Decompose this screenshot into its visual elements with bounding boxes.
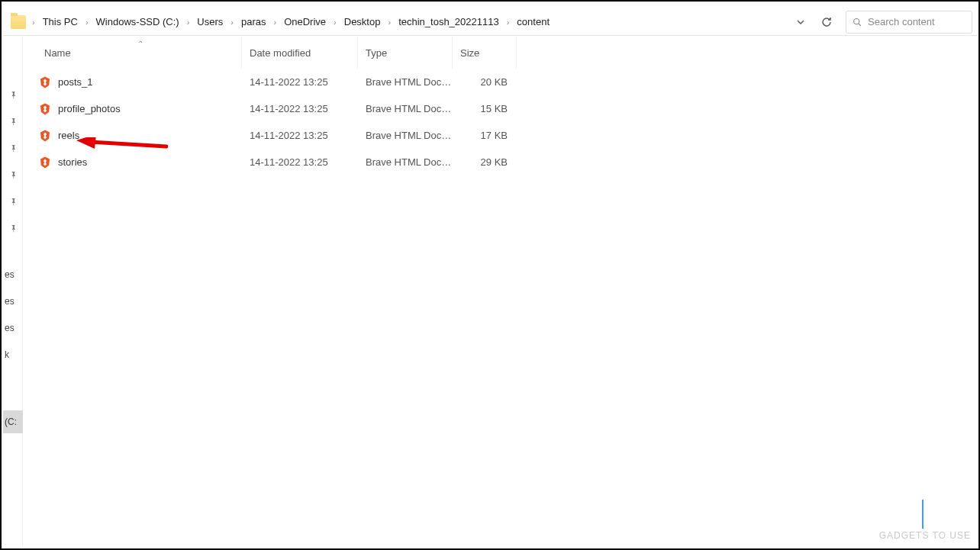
chevron-right-icon[interactable]: ›	[29, 18, 38, 27]
column-name-label: Name	[44, 47, 71, 59]
file-row[interactable]: stories14-11-2022 13:25Brave HTML Docu…2…	[23, 149, 977, 175]
file-size: 29 KB	[453, 156, 517, 168]
file-date: 14-11-2022 13:25	[242, 156, 358, 168]
pinned-item[interactable]	[3, 188, 23, 214]
chevron-right-icon[interactable]: ›	[330, 18, 340, 27]
brave-icon	[38, 129, 52, 143]
nav-item-truncated[interactable]: es	[3, 288, 23, 314]
recent-locations-button[interactable]	[788, 8, 814, 35]
file-date: 14-11-2022 13:25	[242, 103, 358, 114]
search-box[interactable]	[846, 11, 972, 34]
nav-item-truncated[interactable]: es	[3, 261, 23, 288]
pinned-item[interactable]	[3, 81, 23, 108]
file-type: Brave HTML Docu…	[358, 103, 453, 114]
file-size: 15 KB	[453, 103, 517, 114]
crumb-folder-1[interactable]: techin_tosh_20221113	[394, 8, 504, 35]
pin-icon	[7, 88, 19, 101]
pinned-item[interactable]	[3, 214, 23, 241]
column-headers: Name ⌃ Date modified Type Size	[23, 37, 977, 69]
chevron-right-icon[interactable]: ›	[504, 18, 513, 27]
file-type: Brave HTML Docu…	[358, 156, 453, 168]
folder-icon	[11, 15, 26, 29]
file-list: Name ⌃ Date modified Type Size posts_114…	[23, 37, 977, 547]
file-type: Brave HTML Docu…	[358, 76, 453, 88]
pinned-item[interactable]	[3, 134, 23, 161]
chevron-right-icon[interactable]: ›	[227, 18, 237, 27]
brave-icon	[38, 102, 52, 116]
refresh-button[interactable]	[814, 8, 840, 35]
crumb-user[interactable]: paras	[237, 8, 271, 35]
pinned-item[interactable]	[3, 108, 23, 134]
chevron-right-icon[interactable]: ›	[184, 18, 193, 27]
navigation-pane: es es es k (C:	[3, 37, 23, 547]
crumb-this-pc[interactable]: This PC	[38, 8, 82, 35]
crumb-current[interactable]: content	[512, 8, 554, 35]
watermark: GADGETS TO USE	[879, 530, 971, 541]
column-date[interactable]: Date modified	[242, 37, 358, 69]
file-date: 14-11-2022 13:25	[242, 76, 358, 88]
pin-icon	[7, 142, 19, 154]
svg-line-1	[859, 23, 861, 25]
nav-item-truncated[interactable]: k	[3, 341, 23, 368]
pin-icon	[7, 169, 19, 181]
column-type[interactable]: Type	[358, 37, 453, 69]
column-size[interactable]: Size	[453, 37, 517, 69]
file-name: posts_1	[58, 76, 93, 88]
file-name: reels	[58, 130, 79, 141]
file-row[interactable]: profile_photos14-11-2022 13:25Brave HTML…	[23, 95, 977, 122]
file-row[interactable]: reels14-11-2022 13:25Brave HTML Docu…17 …	[23, 122, 977, 149]
pin-icon	[7, 195, 19, 207]
chevron-right-icon[interactable]: ›	[385, 18, 394, 27]
pinned-item[interactable]	[3, 161, 23, 188]
file-type: Brave HTML Docu…	[358, 130, 453, 141]
crumb-drive[interactable]: Windows-SSD (C:)	[92, 8, 184, 35]
address-bar: › This PC › Windows-SSD (C:) › Users › p…	[3, 8, 977, 36]
svg-point-0	[854, 18, 859, 24]
pin-icon	[7, 222, 19, 234]
chevron-right-icon[interactable]: ›	[270, 18, 279, 27]
nav-item-selected[interactable]: (C:	[3, 410, 23, 433]
nav-item-truncated[interactable]: es	[3, 314, 23, 341]
breadcrumb: › This PC › Windows-SSD (C:) › Users › p…	[29, 8, 554, 35]
file-row[interactable]: posts_114-11-2022 13:25Brave HTML Docu…2…	[23, 69, 977, 95]
file-date: 14-11-2022 13:25	[242, 130, 358, 141]
column-name[interactable]: Name ⌃	[23, 37, 242, 69]
pin-icon	[7, 115, 19, 127]
crumb-desktop[interactable]: Desktop	[340, 8, 385, 35]
crumb-users[interactable]: Users	[192, 8, 227, 35]
file-name: profile_photos	[58, 103, 121, 114]
brave-icon	[38, 76, 52, 89]
file-size: 17 KB	[453, 130, 517, 141]
selection-marker	[922, 500, 924, 529]
crumb-onedrive[interactable]: OneDrive	[279, 8, 330, 35]
search-icon	[853, 17, 862, 27]
file-size: 20 KB	[453, 76, 517, 88]
chevron-right-icon[interactable]: ›	[82, 18, 92, 27]
search-input[interactable]	[868, 16, 965, 27]
sort-ascending-icon: ⌃	[137, 40, 143, 48]
file-name: stories	[58, 156, 87, 168]
brave-icon	[38, 156, 52, 169]
